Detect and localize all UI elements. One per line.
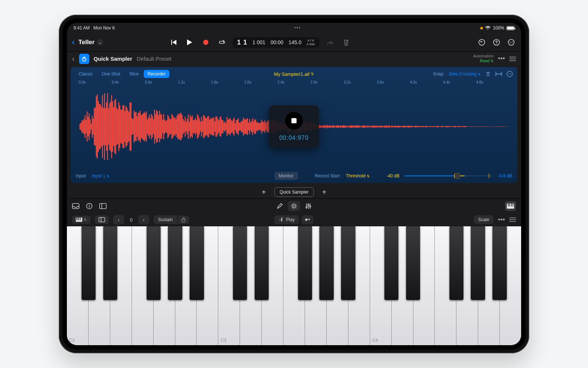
scale-button[interactable]: Scale [474, 215, 494, 224]
glissando-button[interactable] [302, 215, 314, 224]
mode-recorder-button[interactable]: Recorder [144, 70, 169, 78]
svg-rect-173 [243, 118, 244, 136]
cycle-button[interactable] [216, 37, 227, 48]
svg-rect-300 [373, 125, 373, 128]
svg-rect-187 [257, 122, 258, 131]
svg-point-437 [293, 205, 295, 207]
plugin-power-button[interactable] [79, 54, 89, 64]
black-key[interactable] [255, 226, 269, 300]
black-key[interactable] [384, 226, 398, 300]
monitor-button[interactable]: Monitor [275, 172, 298, 180]
svg-rect-177 [247, 118, 248, 135]
svg-rect-96 [164, 120, 165, 134]
octave-navigator: ‹ 0 › [113, 215, 149, 224]
status-date: Mon Nov 6 [93, 25, 115, 31]
automation-mode-button[interactable]: Automation Read ⇅ [473, 54, 494, 64]
threshold-handle[interactable] [454, 173, 460, 179]
go-to-start-button[interactable] [168, 37, 179, 48]
help-button[interactable] [492, 38, 501, 47]
undo-button[interactable] [477, 38, 487, 47]
svg-rect-422 [497, 127, 498, 127]
svg-rect-182 [252, 118, 253, 135]
lcd-display[interactable]: 1 1 1 001 00:00 145.0 4 / 4 A min [233, 37, 319, 48]
black-key[interactable] [190, 226, 204, 300]
piano-keyboard[interactable]: C2C3C4 [67, 226, 521, 345]
keyboard-size-select[interactable]: ⇅ [72, 216, 90, 224]
svg-rect-428 [503, 127, 504, 127]
sample-name-button[interactable]: My Sample#1.aif⇅ [274, 71, 314, 77]
svg-rect-429 [505, 127, 505, 127]
octave-down-button[interactable]: ‹ [113, 215, 124, 224]
keyboard-menu-icon[interactable] [509, 217, 516, 222]
svg-rect-45 [112, 102, 113, 152]
brightness-button[interactable] [288, 201, 300, 211]
info-icon[interactable] [86, 203, 93, 209]
svg-rect-385 [459, 126, 460, 127]
recstart-select[interactable]: Threshold ⇅ [346, 173, 370, 178]
waveform-display[interactable]: 00:04:970 [71, 84, 517, 169]
tab-quick-sampler[interactable]: Quick Sampler [274, 187, 314, 197]
svg-rect-400 [475, 127, 476, 127]
svg-rect-328 [401, 126, 402, 127]
svg-rect-357 [431, 126, 431, 127]
recording-indicator-icon [480, 27, 483, 29]
tuner-button[interactable] [325, 37, 336, 48]
app-toolbar: ‹ Teller ⌄ 1 1 1 001 00:00 145.0 4 / 4 A… [67, 33, 521, 52]
black-key[interactable] [103, 226, 117, 300]
input-select[interactable]: Input 1 ⇅ [92, 173, 110, 178]
mode-slice-button[interactable]: Slice [125, 70, 142, 78]
plugin-more-button[interactable]: ••• [498, 55, 505, 63]
black-key[interactable] [82, 226, 96, 300]
sustain-lock-button[interactable] [178, 216, 189, 224]
black-key[interactable] [449, 226, 463, 300]
metronome-button[interactable] [341, 37, 352, 48]
black-key[interactable] [492, 226, 506, 300]
level-meter[interactable] [405, 174, 493, 177]
svg-rect-82 [150, 118, 151, 135]
svg-rect-353 [427, 126, 427, 127]
keyboard-view-button[interactable] [505, 201, 516, 211]
project-name-button[interactable]: Teller ⌄ [78, 39, 103, 46]
plugin-back-button[interactable]: ‹ [72, 54, 75, 63]
trim-icon[interactable] [485, 71, 491, 77]
black-key[interactable] [471, 226, 485, 300]
snap-value-button[interactable]: Zero Crossing ⇅ [449, 71, 481, 77]
plugin-preset[interactable]: Default Preset [137, 56, 172, 62]
svg-rect-16 [83, 121, 83, 132]
sidebar-icon[interactable] [99, 203, 107, 209]
black-key[interactable] [233, 226, 247, 300]
play-button[interactable] [184, 37, 195, 48]
black-key[interactable] [319, 226, 333, 300]
inbox-icon[interactable] [72, 203, 79, 209]
black-key[interactable] [147, 226, 161, 300]
add-tab-right-button[interactable]: + [322, 188, 326, 197]
svg-rect-55 [122, 105, 123, 148]
sliders-icon[interactable] [305, 203, 311, 209]
fit-icon[interactable] [495, 71, 502, 77]
svg-rect-430 [505, 127, 506, 127]
stop-recording-button[interactable] [285, 112, 303, 130]
mode-oneshot-button[interactable]: One Shot [98, 70, 124, 78]
pencil-icon[interactable] [277, 203, 283, 209]
svg-rect-194 [264, 120, 265, 133]
svg-rect-61 [129, 112, 129, 141]
mode-classic-button[interactable]: Classic [75, 70, 97, 78]
svg-rect-346 [420, 126, 420, 127]
plugin-menu-icon[interactable] [509, 57, 516, 61]
multitask-dots-icon[interactable]: ••• [115, 25, 480, 31]
keyboard-more-button[interactable]: ••• [498, 216, 505, 224]
split-view-button[interactable] [95, 215, 109, 224]
play-mode-button[interactable]: Play [274, 215, 299, 224]
black-key[interactable] [168, 226, 182, 300]
sampler-more-button[interactable] [506, 71, 513, 77]
back-button[interactable]: ‹ [72, 38, 75, 47]
sustain-button[interactable]: Sustain [154, 215, 177, 224]
black-key[interactable] [406, 226, 420, 300]
record-button[interactable] [200, 37, 211, 48]
add-tab-left-button[interactable]: + [262, 188, 266, 197]
more-button[interactable] [506, 38, 516, 47]
black-key[interactable] [298, 226, 312, 300]
black-key[interactable] [341, 226, 355, 300]
octave-up-button[interactable]: › [138, 215, 149, 224]
svg-rect-103 [171, 114, 172, 139]
